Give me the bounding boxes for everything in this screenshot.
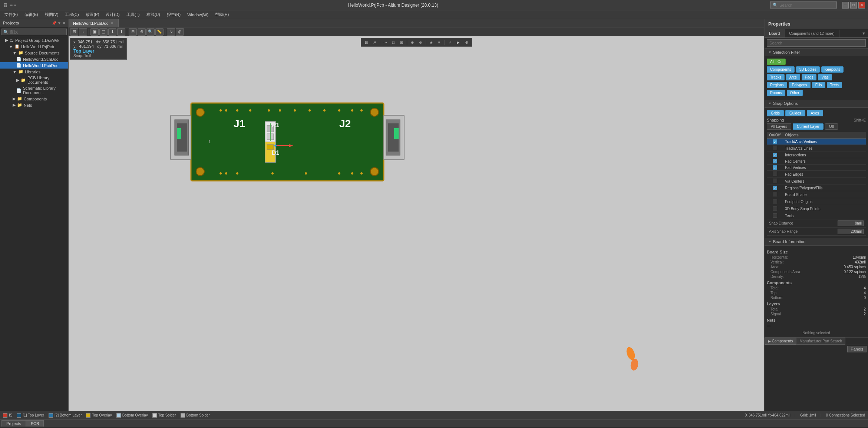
menu-project[interactable]: 工程(C)	[62, 11, 82, 18]
tree-item-schdoc[interactable]: 📄 HelloWorld.SchDoc	[0, 56, 68, 62]
menu-file[interactable]: 文件(F)	[1, 11, 21, 18]
cb-3d-body[interactable]	[773, 206, 777, 210]
ctb-3d[interactable]: ◈	[428, 39, 435, 46]
menu-tools[interactable]: 工具(T)	[123, 11, 143, 18]
axes-button[interactable]: Axes	[807, 110, 823, 116]
projects-search-input[interactable]	[1, 29, 67, 35]
menu-route[interactable]: 布线(U)	[143, 11, 163, 18]
menu-help[interactable]: 帮助(H)	[212, 11, 232, 18]
selection-filter-header[interactable]: Selection Filter	[765, 49, 868, 56]
snap-distance-input[interactable]	[838, 220, 864, 226]
layer-top-solder[interactable]: Top Solder	[152, 413, 176, 418]
menu-report[interactable]: 报告(R)	[164, 11, 184, 18]
snap-row-footprint-origins[interactable]: Footprint Origins	[767, 198, 866, 205]
tb-grid-btn[interactable]: ⊞	[129, 28, 137, 36]
panel-close-icon[interactable]: ✕	[62, 21, 65, 25]
grids-button[interactable]: Grids	[767, 110, 784, 116]
tree-item-nets[interactable]: ▶ 📁 Nets	[0, 102, 68, 108]
ctb-run[interactable]: ▶	[455, 39, 462, 46]
tab-board[interactable]: Board	[765, 29, 785, 37]
cb-via-centers[interactable]	[773, 179, 777, 183]
cb-track-arcs-lines[interactable]	[773, 146, 777, 150]
minimize-button[interactable]: ─	[842, 2, 849, 9]
cb-texts[interactable]	[773, 213, 777, 218]
ctb-zoom-in[interactable]: ⊕	[409, 39, 416, 46]
menu-window[interactable]: Window(W)	[184, 12, 211, 18]
manufacturer-search-tab[interactable]: Manufacturer Part Search	[796, 338, 845, 345]
axis-snap-range-input[interactable]	[838, 229, 864, 234]
snap-row-board-shape[interactable]: Board Shape	[767, 191, 866, 198]
menu-edit[interactable]: 编辑(E)	[22, 11, 41, 18]
tab-pcb[interactable]: PCB	[26, 420, 44, 427]
tree-item-schlib[interactable]: 📄 Schematic Library Documen...	[0, 85, 68, 96]
tab-components[interactable]: Components (and 12 more)	[785, 30, 839, 37]
tb-route-btn[interactable]: ∿	[167, 28, 175, 36]
filter-regions-btn[interactable]: Regions	[767, 82, 787, 88]
cb-intersections[interactable]: ✓	[773, 153, 777, 157]
close-button[interactable]: ✕	[858, 2, 865, 9]
filter-polygons-btn[interactable]: Polygons	[789, 82, 811, 88]
tree-item-pcblib[interactable]: ▶ 📁 PCB Library Documents	[0, 75, 68, 85]
filter-tracks-btn[interactable]: Tracks	[767, 74, 785, 80]
tree-item-group[interactable]: ▶ 🗂 Project Group 1.DsnWrk	[0, 37, 68, 43]
maximize-button[interactable]: □	[850, 2, 857, 9]
tree-item-libraries[interactable]: ▼ 📁 Libraries	[0, 69, 68, 75]
snap-row-track-arcs-lines[interactable]: Track/Arcs Lines	[767, 145, 866, 152]
ctb-layer[interactable]: ≡	[436, 39, 443, 46]
filter-keepouts-btn[interactable]: Keepouts	[821, 66, 844, 73]
snap-row-via-centers[interactable]: Via Centers	[767, 178, 866, 185]
tree-item-pcbdoc[interactable]: 📄 HelloWorld.PcbDoc	[0, 62, 68, 69]
layer-bottom-overlay[interactable]: Bottom Overlay	[116, 413, 148, 418]
cb-track-arcs-vertices[interactable]: ✓	[773, 139, 777, 144]
tb-measure-btn[interactable]: 📏	[155, 28, 164, 36]
cb-pad-edges[interactable]	[773, 172, 777, 176]
layer-bottom[interactable]: [2] Bottom Layer	[49, 413, 82, 418]
layer-top-overlay[interactable]: Top Overlay	[86, 413, 112, 418]
filter-pads-btn[interactable]: Pads	[802, 74, 817, 80]
panels-button[interactable]: Panels	[847, 346, 867, 352]
tree-item-project[interactable]: ▼ 📋 HelloWorld.PrjPcb	[0, 43, 68, 50]
all-on-button[interactable]: All - On	[767, 59, 786, 65]
tree-item-source-docs[interactable]: ▼ 📁 Source Documents	[0, 50, 68, 56]
all-layers-button[interactable]: All Layers	[767, 123, 791, 130]
panel-menu-icon[interactable]: ▼	[57, 21, 61, 25]
ctb-comp[interactable]: □	[390, 39, 397, 46]
components-panel-tab[interactable]: ▶ Components	[765, 338, 796, 345]
off-button[interactable]: Off	[825, 123, 838, 130]
file-tab[interactable]: HelloWorld.PcbDoc ✕	[69, 19, 119, 27]
current-layer-button[interactable]: Current Layer	[793, 123, 824, 130]
tb-deselect-btn[interactable]: ▢	[99, 28, 108, 36]
snap-row-pad-vertices[interactable]: ✓ Pad Vertices	[767, 165, 866, 171]
panel-pin-icon[interactable]: 📌	[52, 21, 56, 25]
title-search-area[interactable]: 🔍	[770, 1, 837, 9]
tree-item-components[interactable]: ▶ 📁 Components	[0, 96, 68, 102]
layer-top[interactable]: [1] Top Layer	[17, 413, 44, 418]
ctb-settings[interactable]: ⚙	[463, 39, 470, 46]
tb-filter-btn[interactable]: ⊟	[70, 28, 78, 36]
tb-upload-btn[interactable]: ⬆	[117, 28, 125, 36]
filter-rooms-btn[interactable]: Rooms	[767, 90, 785, 96]
snap-options-header[interactable]: Snap Options	[765, 100, 868, 107]
cb-regions[interactable]: ✓	[773, 186, 777, 190]
right-search-input[interactable]	[767, 39, 866, 47]
tb-select-btn[interactable]: ▣	[90, 28, 99, 36]
snap-row-pad-edges[interactable]: Pad Edges	[767, 171, 866, 178]
snap-row-pad-centers[interactable]: ✓ Pad Centers	[767, 158, 866, 165]
tb-arrow-btn[interactable]: →	[79, 28, 87, 36]
cb-pad-centers[interactable]: ✓	[773, 159, 777, 163]
tab-projects[interactable]: Projects	[1, 420, 26, 427]
ctb-arrow[interactable]: ↗	[371, 39, 378, 46]
ctb-net[interactable]: ⋯	[382, 39, 389, 46]
canvas-area[interactable]: ⊟ ↗ ⋯ □ ⊞ ⊕ ⊖ ◈ ≡ ✓ ▶ ⚙ x:	[69, 36, 764, 411]
guides-button[interactable]: Guides	[785, 110, 805, 116]
filter-components-btn[interactable]: Components	[767, 66, 795, 73]
filter-arcs-btn[interactable]: Arcs	[786, 74, 800, 80]
tb-via-btn[interactable]: ◎	[176, 28, 184, 36]
layer-bottom-solder[interactable]: Bottom Solder	[181, 413, 210, 418]
menu-design[interactable]: 设计(D)	[103, 11, 122, 18]
cb-board-shape[interactable]	[773, 192, 777, 196]
filter-other-btn[interactable]: Other	[787, 90, 803, 96]
menu-place[interactable]: 放置(P)	[83, 11, 102, 18]
tb-zoom-btn[interactable]: 🔍	[146, 28, 155, 36]
ctb-drc[interactable]: ✓	[446, 39, 454, 46]
